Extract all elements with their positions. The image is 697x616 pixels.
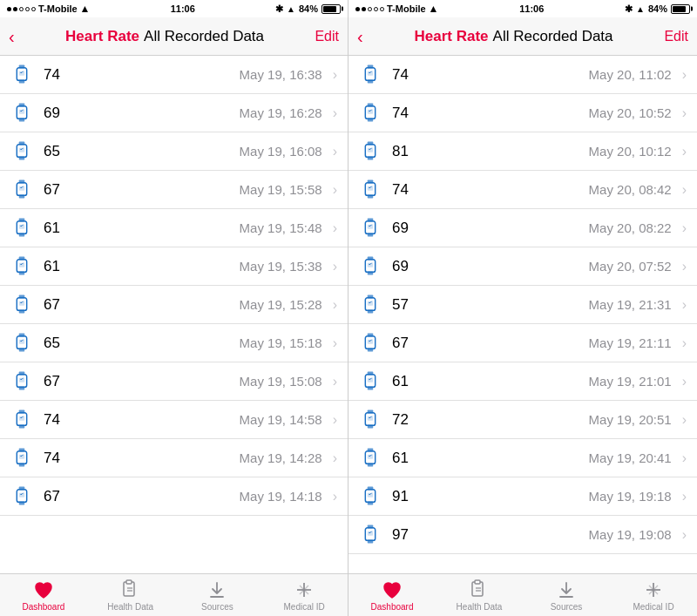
carrier-name-right: T-Mobile — [387, 3, 426, 14]
chevron-right-icon: › — [333, 259, 337, 274]
svg-rect-132 — [368, 377, 374, 382]
svg-rect-156 — [368, 531, 374, 535]
svg-rect-114 — [368, 262, 374, 267]
timestamp: May 20, 08:22 — [423, 220, 672, 235]
status-right-right: ✱ ▲ 84% — [625, 3, 690, 15]
tab-dashboard[interactable]: Dashboard — [0, 574, 87, 616]
list-item[interactable]: 65 May 19, 16:08 › — [0, 132, 348, 171]
svg-rect-119 — [368, 309, 374, 313]
list-item[interactable]: 74 May 20, 08:42 › — [348, 171, 697, 209]
chevron-right-icon: › — [333, 335, 337, 351]
bpm-value: 69 — [392, 220, 423, 237]
list-item[interactable]: 67 May 19, 14:18 › — [0, 477, 348, 516]
watch-icon — [10, 178, 35, 202]
svg-rect-155 — [368, 539, 374, 543]
chevron-right-icon: › — [682, 450, 687, 466]
back-button-right[interactable]: ‹ — [357, 28, 363, 45]
watch-icon — [359, 63, 383, 87]
chevron-right-icon: › — [333, 489, 337, 504]
bpm-value: 74 — [392, 181, 423, 199]
watch-icon — [359, 331, 383, 355]
svg-rect-125 — [368, 348, 374, 351]
list-item[interactable]: 74 May 19, 14:28 › — [0, 439, 348, 477]
list-item[interactable]: 67 May 19, 15:28 › — [0, 286, 348, 324]
timestamp: May 19, 19:18 — [423, 489, 672, 504]
status-carrier-left: T-Mobile ▲ — [7, 3, 91, 15]
tab-dashboard[interactable]: Dashboard — [348, 574, 436, 616]
dashboard-icon — [33, 579, 54, 600]
svg-rect-130 — [368, 371, 374, 375]
tab-bar-right: Dashboard Health Data Sources Medical ID — [348, 573, 697, 616]
svg-rect-143 — [368, 463, 374, 466]
tab-sources[interactable]: Sources — [174, 574, 261, 616]
list-item[interactable]: 67 May 19, 21:11 › — [348, 324, 697, 362]
chevron-right-icon: › — [333, 67, 337, 83]
health-data-label: Health Data — [457, 602, 503, 612]
chevron-right-icon: › — [682, 489, 687, 504]
tab-medical-id[interactable]: Medical ID — [610, 574, 697, 616]
list-item[interactable]: 61 May 19, 15:48 › — [0, 209, 348, 247]
list-item[interactable]: 74 May 19, 16:38 › — [0, 56, 348, 94]
list-item[interactable]: 61 May 19, 20:41 › — [348, 439, 697, 477]
svg-rect-120 — [368, 301, 374, 305]
svg-rect-55 — [19, 410, 25, 413]
nav-title-left: Heart Rate All Recorded Data — [65, 28, 264, 45]
svg-rect-154 — [368, 525, 374, 528]
svg-rect-13 — [19, 141, 25, 145]
tab-medical-id[interactable]: Medical ID — [261, 574, 348, 616]
bpm-value: 61 — [392, 373, 423, 390]
list-item[interactable]: 74 May 19, 14:58 › — [0, 401, 348, 439]
list-item[interactable]: 67 May 19, 15:58 › — [0, 171, 348, 209]
svg-rect-51 — [19, 377, 25, 382]
bpm-value: 57 — [392, 296, 423, 314]
svg-rect-14 — [19, 156, 25, 159]
tab-sources[interactable]: Sources — [523, 574, 610, 616]
svg-rect-108 — [368, 224, 374, 228]
list-item[interactable]: 69 May 19, 16:28 › — [0, 94, 348, 132]
watch-icon — [359, 369, 383, 394]
medical-id-label: Medical ID — [633, 602, 673, 612]
sources-label: Sources — [551, 602, 583, 612]
tab-health-data[interactable]: Health Data — [87, 574, 174, 616]
timestamp: May 19, 16:28 — [75, 105, 322, 120]
list-item[interactable]: 57 May 19, 21:31 › — [348, 286, 697, 324]
list-item[interactable]: 61 May 19, 21:01 › — [348, 362, 697, 401]
back-button-left[interactable]: ‹ — [9, 28, 15, 45]
watch-icon — [359, 216, 383, 240]
bpm-value: 74 — [392, 105, 423, 122]
nav-subtitle-right: All Recorded Data — [493, 28, 613, 45]
list-item[interactable]: 91 May 19, 19:18 › — [348, 477, 697, 516]
chevron-right-icon: › — [682, 220, 687, 236]
bpm-value: 91 — [392, 488, 423, 505]
svg-rect-100 — [368, 179, 374, 183]
bpm-value: 97 — [392, 526, 423, 544]
svg-rect-44 — [19, 348, 25, 351]
svg-rect-126 — [368, 339, 374, 343]
tab-health-data[interactable]: Health Data — [436, 574, 523, 616]
list-item[interactable]: 67 May 19, 15:08 › — [0, 362, 348, 401]
timestamp: May 19, 21:01 — [423, 374, 672, 389]
bpm-value: 67 — [44, 488, 75, 505]
edit-button-left[interactable]: Edit — [315, 29, 339, 44]
list-item[interactable]: 97 May 19, 19:08 › — [348, 516, 697, 554]
svg-rect-142 — [368, 448, 374, 451]
watch-icon — [10, 101, 35, 125]
edit-button-right[interactable]: Edit — [664, 29, 688, 44]
dot1r — [355, 7, 360, 11]
list-item[interactable]: 81 May 20, 10:12 › — [348, 132, 697, 171]
list-item[interactable]: 61 May 19, 15:38 › — [0, 247, 348, 286]
list-item[interactable]: 74 May 20, 10:52 › — [348, 94, 697, 132]
list-item[interactable]: 69 May 20, 08:22 › — [348, 209, 697, 247]
status-carrier-right: T-Mobile ▲ — [355, 3, 439, 15]
list-item[interactable]: 69 May 20, 07:52 › — [348, 247, 697, 286]
list-item[interactable]: 72 May 19, 20:51 › — [348, 401, 697, 439]
svg-rect-95 — [368, 156, 374, 159]
svg-rect-68 — [19, 501, 25, 504]
list-item[interactable]: 65 May 19, 15:18 › — [0, 324, 348, 362]
svg-rect-2 — [19, 79, 25, 83]
list-item[interactable]: 74 May 20, 11:02 › — [348, 56, 697, 94]
svg-rect-149 — [368, 501, 374, 504]
bpm-value: 74 — [44, 66, 75, 84]
watch-icon — [10, 63, 35, 87]
svg-rect-124 — [368, 333, 374, 336]
